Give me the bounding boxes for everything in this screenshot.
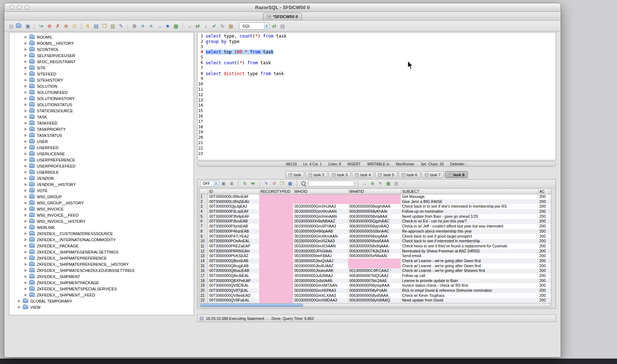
tree-item-userprofilefeed[interactable]: USERPROFILEFEED: [9, 163, 194, 169]
editor-line[interactable]: 8select distinct type from task: [198, 71, 556, 77]
cell-ac[interactable]: 200: [538, 239, 549, 244]
close-tab-icon[interactable]: ✕: [425, 173, 428, 177]
result-tab-task-7[interactable]: ✕task 7: [422, 171, 444, 178]
cell-ac[interactable]: 200: [538, 209, 549, 214]
cell-ac[interactable]: 200: [538, 249, 549, 254]
cell-id[interactable]: 00T3000000P3yrbEAB: [208, 224, 259, 229]
find-next-button[interactable]: →: [361, 180, 368, 187]
cell-ac[interactable]: 200: [538, 293, 549, 298]
cell-recordtypeid[interactable]: [259, 254, 293, 259]
disclosure-triangle-icon[interactable]: [25, 97, 27, 100]
disclosure-triangle-icon[interactable]: [25, 109, 27, 112]
cell-subject[interactable]: Follow-up on nomination: [401, 209, 538, 214]
cell-subject[interactable]: Check nexis to see if they've found a re…: [401, 244, 538, 249]
sql-mode-combo[interactable]: SQL▲▼: [239, 22, 269, 30]
cell-subject[interactable]: Check back in to see if she's interested…: [401, 204, 538, 209]
cell-whoid[interactable]: 0033000000GmXKnAAN: [293, 209, 348, 214]
disclosure-triangle-icon[interactable]: [25, 128, 27, 131]
column-header-rownum[interactable]: [199, 189, 208, 194]
cell-whatid[interactable]: 00630000007bIQUAA2: [348, 273, 401, 278]
sql-history-button[interactable]: ▤: [92, 22, 100, 30]
cell-whoid[interactable]: 0033000000JFhGlAAL: [293, 249, 348, 254]
disclosure-triangle-icon[interactable]: [25, 238, 27, 241]
disclosure-triangle-icon[interactable]: [25, 251, 27, 254]
check-syntax-button[interactable]: ✔: [211, 22, 218, 30]
editor-line[interactable]: 15: [198, 108, 556, 114]
cell-whoid[interactable]: 0033000000Ju9J9AAJ: [293, 273, 348, 278]
table-row[interactable]: 1100T3000000PREZaEAP0033000000GmXOiAAN00…: [199, 244, 551, 249]
export-results-button[interactable]: ▦: [385, 180, 392, 187]
disclosure-triangle-icon[interactable]: [25, 48, 27, 51]
cell-subject[interactable]: Check-in w/ Ed - can he join this year?: [401, 219, 538, 224]
cell-id[interactable]: 00T3000000POeAnEAL: [208, 239, 259, 244]
tree-item-zkfedex-shipmatepreference-history[interactable]: ZKFEDEX__SHIPMATEPREFERENCE__HISTORY: [9, 261, 194, 267]
cell-recordtypeid[interactable]: [259, 224, 293, 229]
cell-ac[interactable]: 200: [538, 204, 549, 209]
cell-whoid[interactable]: 0033000000GmXIZAA3: [293, 239, 348, 244]
tree-item-rooms[interactable]: ROOMS: [9, 34, 194, 40]
table-row[interactable]: 1000T3000000POeAnEAL0033000000GmXIZAA300…: [199, 239, 551, 244]
tree-item-taskpriority[interactable]: TASKPRIORITY: [9, 126, 194, 132]
cell-subject[interactable]: Invoice status check - check w/ RS first: [401, 283, 538, 288]
save-results-button[interactable]: ▣: [220, 180, 227, 187]
disclosure-triangle-icon[interactable]: [25, 263, 27, 266]
disclosure-triangle-icon[interactable]: [25, 165, 27, 168]
disclosure-triangle-icon[interactable]: [25, 152, 27, 155]
cell-subject[interactable]: Follow up call: [401, 273, 538, 278]
cell-ac[interactable]: 200: [538, 268, 549, 273]
editor-line[interactable]: 5: [198, 55, 556, 60]
table-row[interactable]: 2000T3000000QV8TjEAL0033000000GmXKPAA300…: [199, 288, 551, 293]
close-tab-icon[interactable]: ✕: [332, 173, 336, 177]
cell-recordtypeid[interactable]: [259, 229, 293, 234]
disclosure-triangle-icon[interactable]: [25, 287, 27, 290]
editor-line[interactable]: 18: [198, 125, 556, 130]
cell-recordtypeid[interactable]: [259, 293, 293, 298]
cell-subject[interactable]: Need update from Bain - gave go ahead 1/…: [401, 214, 538, 219]
tree-item-rooms-history[interactable]: ROOMS__HISTORY: [9, 40, 194, 46]
table-row[interactable]: 1700T3000000QAeJbEAL0033000000Ju9J9AAJ00…: [199, 273, 551, 278]
editor-line[interactable]: 1select type, count(*) from task: [198, 34, 556, 39]
cell-id[interactable]: 00T3000000P3LopEAF: [208, 209, 259, 214]
panel-splitter[interactable]: [194, 32, 197, 315]
combo-stepper-icon[interactable]: ▲▼: [264, 23, 269, 29]
new-file-button[interactable]: ▤: [8, 22, 15, 30]
editor-line[interactable]: 11: [198, 87, 556, 92]
close-tab-icon[interactable]: ✕: [289, 173, 292, 177]
result-tab-task-4[interactable]: ✕task 4: [352, 171, 374, 178]
editor-line[interactable]: 7: [198, 66, 556, 71]
reexecute-query-button[interactable]: ↻: [242, 180, 248, 187]
cell-id[interactable]: 00T3000000QjyJgEAJ: [208, 204, 259, 209]
cell-whatid[interactable]: 00630000005QgzhAAC: [348, 219, 401, 224]
close-tab-icon[interactable]: ✕: [378, 173, 382, 177]
open-file-button[interactable]: [16, 22, 23, 30]
cell-whoid[interactable]: 0033000000GmXOiAAN: [293, 244, 348, 249]
tree-item-sfdc-registrant[interactable]: SFDC_REGISTRANT: [9, 58, 194, 65]
editor-line[interactable]: 23: [198, 151, 556, 157]
tree-item-staticresource[interactable]: STATICRESOURCE: [9, 108, 194, 114]
tree-item-zkfedex-shipmatescheduledjobssettings[interactable]: ZKFEDEX__SHIPMATESCHEDULEDJOBSSETTINGS: [9, 267, 194, 273]
cell-ac[interactable]: 200: [538, 224, 549, 229]
table-row[interactable]: 200T3000000L0RqSEAVGive Jenn a BIG RAISE…: [199, 199, 551, 204]
cell-id[interactable]: 00T3000000P3tuvEAB: [208, 219, 259, 224]
zoom-window-button[interactable]: [25, 5, 29, 10]
tree-item-zkfedex-shipment-feed[interactable]: ZKFEDEX__SHIPMENT__FEED: [9, 292, 194, 298]
cell-subject[interactable]: Check w/ Leanne - we're going after Owen…: [401, 259, 538, 264]
cell-whoid[interactable]: 0033000000GmXKPAA3: [293, 288, 348, 293]
editor-line[interactable]: 9: [198, 76, 556, 82]
disclosure-triangle-icon[interactable]: [25, 42, 27, 45]
cell-recordtypeid[interactable]: [259, 298, 293, 303]
tree-item-zkfedex-customaddresssource[interactable]: ZKFEDEX__CUSTOMADDRESSSOURCE: [9, 230, 194, 237]
cell-ac[interactable]: 200: [538, 283, 549, 288]
disclosure-triangle-icon[interactable]: [25, 134, 27, 137]
cell-whatid[interactable]: 006300000058yhWAAQ: [348, 298, 401, 303]
auto-commit-button[interactable]: ⇄: [271, 22, 278, 30]
tree-item-w50-group[interactable]: W50_GROUP: [9, 194, 194, 200]
cell-whatid[interactable]: 00630000005S0bnAAC: [348, 229, 401, 234]
cell-ac[interactable]: 200: [538, 273, 549, 278]
cell-subject[interactable]: Check w/ Leanne - we're going after Shea…: [401, 268, 538, 273]
cell-id[interactable]: 00T3000000PREZaEAP: [208, 244, 259, 249]
disclosure-triangle-icon[interactable]: [18, 300, 21, 303]
tree-item-taskfeed[interactable]: TASKFEED: [9, 120, 194, 126]
close-tab-icon[interactable]: ✕: [308, 173, 312, 177]
copy-button[interactable]: ❐: [101, 22, 108, 30]
